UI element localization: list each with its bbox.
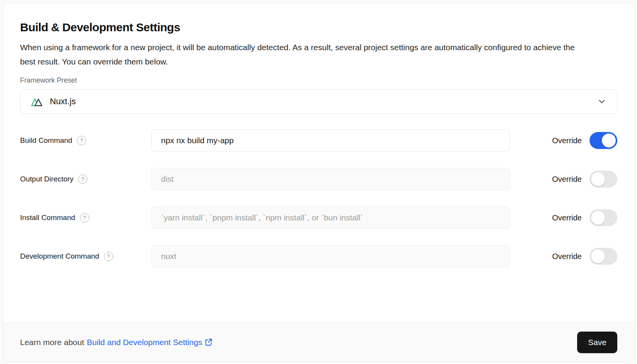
override-label: Override: [552, 175, 582, 184]
card-footer: Learn more about Build and Development S…: [3, 323, 634, 361]
help-question-icon[interactable]: ?: [77, 136, 86, 145]
build-command-input[interactable]: [151, 129, 510, 152]
toggle-knob: [602, 134, 616, 147]
build-settings-docs-link[interactable]: Build and Development Settings: [87, 338, 212, 347]
settings-description: When using a framework for a new project…: [20, 40, 584, 69]
output-directory-label: Output Directory: [20, 175, 73, 183]
chevron-down-icon: [597, 97, 607, 107]
external-link-icon: [204, 338, 212, 346]
install-command-input: [151, 207, 510, 229]
save-button[interactable]: Save: [577, 332, 617, 353]
override-label: Override: [552, 252, 582, 261]
docs-link-label: Build and Development Settings: [87, 338, 202, 347]
row-build-command: Build Command ? Override: [20, 129, 617, 152]
row-output-directory: Output Directory ? Override: [20, 168, 617, 190]
row-install-command: Install Command ? Override: [20, 207, 617, 229]
development-command-input: [151, 245, 510, 267]
framework-preset-select[interactable]: Nuxt.js: [20, 89, 617, 114]
build-settings-card: Build & Development Settings When using …: [3, 3, 635, 362]
override-label: Override: [552, 213, 582, 222]
help-question-icon[interactable]: ?: [80, 213, 89, 222]
output-directory-input: [151, 168, 510, 190]
nuxt-logo-icon: [31, 96, 44, 107]
settings-rows: Build Command ? Override Output Director…: [20, 129, 617, 267]
framework-selected-value: Nuxt.js: [50, 97, 76, 107]
learn-more-text: Learn more about: [20, 338, 84, 347]
output-directory-override-toggle[interactable]: [589, 171, 617, 188]
install-command-label: Install Command: [20, 213, 75, 222]
toggle-knob: [591, 172, 605, 186]
build-command-override-toggle[interactable]: [589, 132, 617, 149]
build-command-label: Build Command: [20, 136, 72, 145]
toggle-knob: [591, 211, 605, 225]
row-development-command: Development Command ? Override: [20, 245, 617, 267]
override-label: Override: [552, 136, 582, 145]
development-command-label: Development Command: [20, 252, 99, 261]
help-question-icon[interactable]: ?: [78, 174, 87, 184]
toggle-knob: [591, 249, 605, 263]
page-title: Build & Development Settings: [20, 21, 617, 34]
help-question-icon[interactable]: ?: [104, 252, 113, 261]
development-command-override-toggle[interactable]: [589, 248, 617, 265]
framework-preset-label: Framework Preset: [20, 76, 617, 85]
install-command-override-toggle[interactable]: [589, 209, 617, 226]
